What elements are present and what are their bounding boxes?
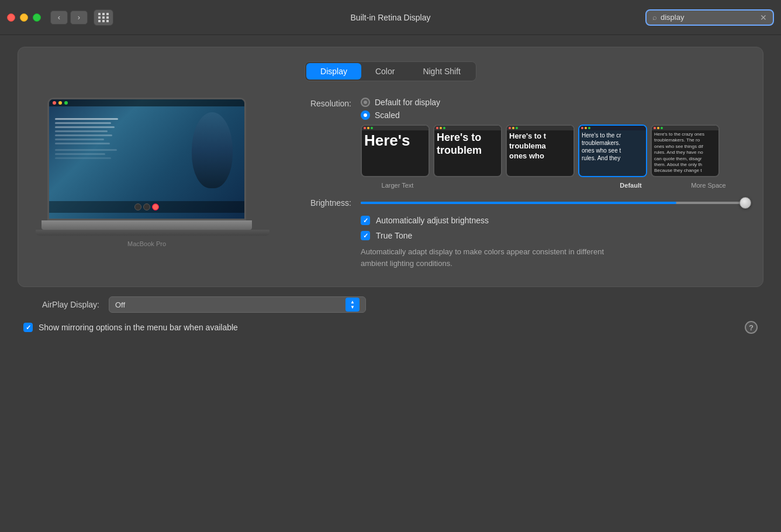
brightness-slider-thumb[interactable] bbox=[739, 197, 751, 209]
search-input[interactable] bbox=[661, 13, 756, 22]
tab-night-shift[interactable]: Night Shift bbox=[409, 63, 475, 80]
show-mirroring-row: Show mirroring options in the menu bar w… bbox=[23, 323, 238, 332]
forward-button[interactable]: › bbox=[70, 11, 88, 25]
settings-panel: Display Color Night Shift bbox=[18, 47, 763, 287]
grid-view-button[interactable] bbox=[94, 9, 113, 26]
laptop-base bbox=[42, 220, 252, 230]
airplay-row: AirPlay Display: Off ▲ ▼ bbox=[23, 296, 758, 313]
grid-icon bbox=[98, 13, 109, 22]
traffic-lights bbox=[7, 13, 41, 22]
panel-body: MacBook Pro Resolution: Default for disp… bbox=[36, 98, 745, 269]
laptop-screen bbox=[47, 98, 246, 220]
laptop-bottom bbox=[36, 230, 269, 236]
airplay-value: Off bbox=[115, 300, 345, 309]
tab-color[interactable]: Color bbox=[361, 63, 409, 80]
auto-brightness-label: Automatically adjust brightness bbox=[376, 216, 489, 225]
brightness-slider-container bbox=[361, 202, 745, 204]
auto-brightness-row: Automatically adjust brightness bbox=[361, 216, 745, 225]
show-mirroring-checkbox[interactable] bbox=[23, 323, 33, 332]
titlebar: ‹ › Built-in Retina Display ⌕ ✕ bbox=[0, 0, 781, 35]
tabs: Display Color Night Shift bbox=[305, 61, 476, 81]
chevron-down-icon: ▼ bbox=[350, 305, 355, 310]
maximize-button[interactable] bbox=[33, 13, 41, 22]
close-button[interactable] bbox=[7, 13, 15, 22]
scale-option-default[interactable]: Here's to the crtroublemakers.ones who s… bbox=[578, 125, 647, 177]
scale-option-2[interactable]: Here's totroublem bbox=[433, 125, 502, 177]
laptop-image: MacBook Pro bbox=[36, 98, 258, 238]
scale-default-text-preview: Here's to the crtroublemakers.ones who s… bbox=[582, 132, 621, 161]
scale-option-larger-text[interactable]: Here's bbox=[361, 125, 430, 177]
scale-label-larger-text: Larger Text bbox=[363, 182, 432, 189]
true-tone-row: True Tone bbox=[361, 231, 745, 240]
search-clear-icon[interactable]: ✕ bbox=[760, 13, 767, 22]
scale-option-3[interactable]: Here's to ttroublemaones who bbox=[506, 125, 575, 177]
search-icon: ⌕ bbox=[652, 13, 657, 22]
back-button[interactable]: ‹ bbox=[50, 11, 68, 25]
scale-more-space-text-preview: Here's to the crazy onestroublemakers. T… bbox=[654, 132, 704, 173]
scale-labels: Larger Text Default More Space bbox=[361, 182, 745, 189]
resolution-default-option[interactable]: Default for display bbox=[361, 98, 745, 107]
chevron-right-icon: › bbox=[78, 13, 80, 22]
true-tone-checkbox[interactable] bbox=[361, 231, 370, 240]
auto-brightness-checkbox[interactable] bbox=[361, 216, 370, 225]
tab-display[interactable]: Display bbox=[306, 63, 361, 80]
brightness-row: Brightness: bbox=[281, 198, 745, 208]
scale-option-more-space[interactable]: Here's to the crazy onestroublemakers. T… bbox=[651, 125, 720, 177]
brightness-label: Brightness: bbox=[281, 198, 351, 208]
airplay-label: AirPlay Display: bbox=[23, 300, 99, 309]
nav-buttons: ‹ › bbox=[50, 11, 88, 25]
resolution-label: Resolution: bbox=[281, 98, 351, 108]
bottom-section: AirPlay Display: Off ▲ ▼ Show mirroring … bbox=[18, 296, 763, 334]
resolution-scaled-label: Scaled bbox=[375, 110, 400, 120]
scale-options: Here's bbox=[361, 125, 745, 177]
minimize-button[interactable] bbox=[20, 13, 28, 22]
laptop-model-label: MacBook Pro bbox=[127, 240, 166, 247]
airplay-dropdown[interactable]: Off ▲ ▼ bbox=[109, 296, 366, 313]
bottom-row: Show mirroring options in the menu bar w… bbox=[23, 321, 758, 334]
main-content: Display Color Night Shift bbox=[0, 35, 781, 346]
help-button[interactable]: ? bbox=[745, 321, 758, 334]
chevron-up-icon: ▲ bbox=[350, 300, 355, 305]
resolution-row: Resolution: Default for display Scaled bbox=[281, 98, 745, 189]
window-title: Built-in Retina Display bbox=[351, 13, 431, 22]
true-tone-description: Automatically adapt display to make colo… bbox=[361, 246, 606, 269]
scale-larger-text-preview: Here's bbox=[364, 132, 410, 149]
resolution-scaled-radio[interactable] bbox=[361, 110, 370, 120]
laptop-preview: MacBook Pro bbox=[36, 98, 258, 269]
resolution-default-radio[interactable] bbox=[361, 98, 370, 107]
brightness-slider[interactable] bbox=[361, 202, 745, 204]
resolution-scaled-option[interactable]: Scaled bbox=[361, 110, 745, 120]
settings-right: Resolution: Default for display Scaled bbox=[281, 98, 745, 269]
show-mirroring-label: Show mirroring options in the menu bar w… bbox=[39, 323, 238, 332]
scale-label-more-space: More Space bbox=[674, 182, 743, 189]
chevron-left-icon: ‹ bbox=[58, 13, 60, 22]
resolution-default-label: Default for display bbox=[375, 98, 440, 107]
scale-2-text-preview: Here's totroublem bbox=[437, 132, 482, 156]
resolution-controls: Default for display Scaled bbox=[361, 98, 745, 189]
true-tone-label: True Tone bbox=[376, 231, 412, 240]
brightness-slider-fill bbox=[361, 202, 676, 204]
dropdown-arrows-icon: ▲ ▼ bbox=[345, 298, 360, 312]
scale-3-text-preview: Here's to ttroublemaones who bbox=[509, 132, 546, 160]
search-bar: ⌕ ✕ bbox=[645, 9, 774, 26]
tabs-container: Display Color Night Shift bbox=[36, 61, 745, 81]
scale-label-default: Default bbox=[596, 182, 665, 189]
